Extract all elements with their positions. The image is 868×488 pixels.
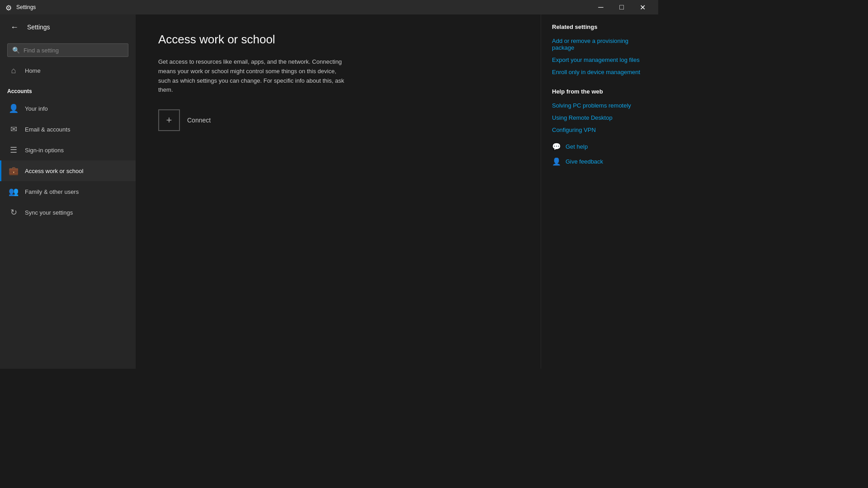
sidebar-item-sync-settings[interactable]: ↻ Sync your settings xyxy=(0,202,136,223)
give-feedback-icon: 👤 xyxy=(552,157,561,166)
title-bar-title: Settings xyxy=(16,4,590,10)
sidebar-item-your-info-label: Your info xyxy=(25,105,48,112)
accounts-section-label: Accounts xyxy=(0,81,136,98)
sidebar-item-sync-settings-label: Sync your settings xyxy=(25,209,73,216)
settings-icon: ⚙ xyxy=(5,4,13,11)
email-accounts-icon: ✉ xyxy=(9,124,19,134)
sign-in-options-icon: ☰ xyxy=(9,145,19,155)
related-settings-title: Related settings xyxy=(552,23,647,30)
access-work-school-icon: 💼 xyxy=(9,166,19,176)
help-link-solving-pc[interactable]: Solving PC problems remotely xyxy=(552,102,647,109)
sidebar-item-family-other-users-label: Family & other users xyxy=(25,188,79,195)
sidebar: ← Settings 🔍 ⌂ Home Accounts 👤 Your info… xyxy=(0,14,136,369)
sync-settings-icon: ↻ xyxy=(9,207,19,217)
your-info-icon: 👤 xyxy=(9,103,19,113)
sidebar-item-family-other-users[interactable]: 👥 Family & other users xyxy=(0,181,136,202)
home-icon: ⌂ xyxy=(9,66,19,75)
get-help-icon: 💬 xyxy=(552,142,561,151)
page-title: Access work or school xyxy=(158,33,518,47)
minimize-button[interactable]: ─ xyxy=(590,0,611,14)
maximize-button[interactable]: □ xyxy=(611,0,632,14)
family-other-users-icon: 👥 xyxy=(9,187,19,197)
get-help-link[interactable]: 💬 Get help xyxy=(552,142,647,151)
related-link-enroll-device[interactable]: Enroll only in device management xyxy=(552,69,647,75)
app-body: ← Settings 🔍 ⌂ Home Accounts 👤 Your info… xyxy=(0,14,658,369)
search-icon: 🔍 xyxy=(12,47,20,54)
right-panel: Related settings Add or remove a provisi… xyxy=(541,14,658,369)
title-bar: ⚙ Settings ─ □ ✕ xyxy=(0,0,658,14)
help-link-vpn[interactable]: Configuring VPN xyxy=(552,127,647,133)
page-description: Get access to resources like email, apps… xyxy=(158,57,348,95)
sidebar-item-sign-in-options[interactable]: ☰ Sign-in options xyxy=(0,140,136,160)
give-feedback-link[interactable]: 👤 Give feedback xyxy=(552,157,647,166)
search-box[interactable]: 🔍 xyxy=(7,43,128,57)
sidebar-nav-top: ← Settings xyxy=(0,14,136,40)
related-link-add-provisioning[interactable]: Add or remove a provisioning package xyxy=(552,38,647,51)
connect-button[interactable]: + Connect xyxy=(158,109,211,131)
sidebar-item-home[interactable]: ⌂ Home xyxy=(0,61,136,81)
search-input[interactable] xyxy=(24,47,123,54)
related-link-export-log[interactable]: Export your management log files xyxy=(552,56,647,63)
sidebar-item-home-label: Home xyxy=(25,67,41,74)
sidebar-item-email-accounts-label: Email & accounts xyxy=(25,126,70,133)
back-button[interactable]: ← xyxy=(7,20,22,34)
help-section-title: Help from the web xyxy=(552,88,647,95)
help-link-remote-desktop[interactable]: Using Remote Desktop xyxy=(552,114,647,121)
get-help-label: Get help xyxy=(566,143,588,150)
give-feedback-label: Give feedback xyxy=(566,158,603,165)
main-content: Access work or school Get access to reso… xyxy=(136,14,541,369)
title-bar-controls: ─ □ ✕ xyxy=(590,0,653,14)
close-button[interactable]: ✕ xyxy=(632,0,653,14)
sidebar-app-title: Settings xyxy=(27,23,50,31)
connect-box-icon: + xyxy=(158,109,180,131)
sidebar-item-access-work-school[interactable]: 💼 Access work or school xyxy=(0,160,136,181)
sidebar-item-access-work-school-label: Access work or school xyxy=(25,168,83,174)
connect-label: Connect xyxy=(187,117,211,124)
sidebar-item-email-accounts[interactable]: ✉ Email & accounts xyxy=(0,119,136,140)
sidebar-item-sign-in-options-label: Sign-in options xyxy=(25,147,64,154)
sidebar-item-your-info[interactable]: 👤 Your info xyxy=(0,98,136,119)
